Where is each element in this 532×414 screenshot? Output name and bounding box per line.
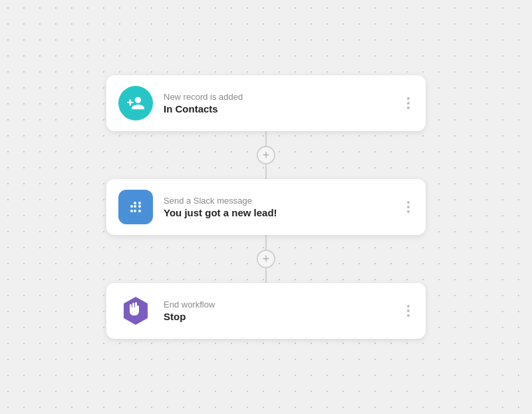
workflow-container: New record is added In Contacts + xyxy=(106,75,426,339)
stop-card: End workflow Stop xyxy=(106,283,426,339)
svg-rect-2 xyxy=(134,202,136,204)
contacts-content: New record is added In Contacts xyxy=(164,92,392,114)
contacts-title: In Contacts xyxy=(164,103,392,114)
connector-line-top-1 xyxy=(265,131,267,146)
svg-rect-6 xyxy=(130,210,133,212)
add-step-button-1[interactable]: + xyxy=(257,146,275,164)
slack-card: Send a Slack message You just got a new … xyxy=(106,179,426,235)
add-step-button-2[interactable]: + xyxy=(257,250,275,268)
slack-content: Send a Slack message You just got a new … xyxy=(164,196,392,218)
svg-rect-5 xyxy=(138,205,141,208)
svg-rect-7 xyxy=(134,210,136,212)
connector-line-bottom-1 xyxy=(265,164,267,179)
svg-rect-1 xyxy=(130,205,133,208)
svg-rect-3 xyxy=(134,205,136,208)
contacts-icon xyxy=(118,86,153,120)
stop-content: End workflow Stop xyxy=(164,300,392,322)
connector-2: + xyxy=(257,235,275,283)
contacts-subtitle: New record is added xyxy=(164,92,392,102)
contacts-menu-button[interactable] xyxy=(403,95,414,112)
svg-rect-8 xyxy=(138,210,141,212)
slack-title: You just got a new lead! xyxy=(164,207,392,218)
stop-menu-button[interactable] xyxy=(403,302,414,319)
svg-rect-4 xyxy=(138,202,141,204)
contacts-card: New record is added In Contacts xyxy=(106,75,426,131)
stop-subtitle: End workflow xyxy=(164,300,392,310)
slack-menu-button[interactable] xyxy=(403,198,414,216)
slack-subtitle: Send a Slack message xyxy=(164,196,392,206)
slack-icon xyxy=(118,190,153,224)
connector-line-bottom-2 xyxy=(265,268,267,283)
connector-1: + xyxy=(257,131,275,179)
connector-line-top-2 xyxy=(265,235,267,250)
stop-title: Stop xyxy=(164,311,392,322)
stop-icon xyxy=(118,294,153,328)
